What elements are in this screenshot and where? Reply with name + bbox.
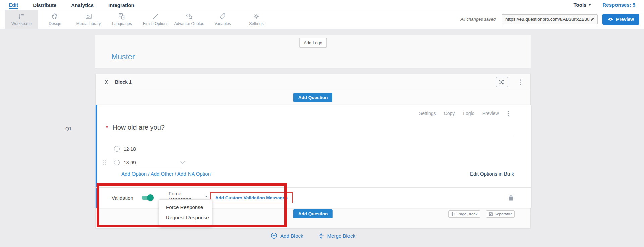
palette-icon [51,12,59,20]
menu-item-force-response[interactable]: Force Response [159,202,212,212]
page-break-button[interactable]: Page Break [448,210,480,218]
toolbar-item-label: Variables [214,21,231,26]
question-copy-link[interactable]: Copy [444,111,455,116]
toolbar-item-label: Workspace [11,21,32,26]
add-question-button-bottom[interactable]: Add Question [293,209,333,218]
toolbar-item-design[interactable]: Design [38,10,72,29]
question-number-label: Q1 [65,126,72,131]
add-custom-validation-messages-button[interactable]: Add Custom Validation Messages [210,192,293,203]
shuffle-questions-button[interactable] [496,77,508,87]
plus-circle-icon [271,232,277,239]
add-question-strip-top: Add Question [96,90,530,105]
page-break-label: Page Break [457,212,477,216]
nav-tabs: Edit Distribute Analytics Integration [9,1,135,9]
tools-menu-button[interactable]: Tools [574,2,591,8]
question-text-underline [112,135,514,135]
validation-dropdown-menu: Force Response Request Response [159,199,212,226]
question-text[interactable]: How old are you? [112,124,165,131]
responses-link[interactable]: Responses: 5 [602,2,635,8]
survey-url-box [502,14,598,24]
save-status: All changes saved [461,17,496,22]
option-2-label[interactable]: 18-99 [124,160,136,165]
chain-links-icon [185,12,193,20]
block-title: Block 1 [115,79,132,85]
toggle-knob [147,194,154,201]
toolbar-item-workspace[interactable]: Workspace [5,10,38,29]
scissors-icon [451,212,455,216]
toolbar-item-media-library[interactable]: Media Library [72,10,105,29]
menu-item-request-response[interactable]: Request Response [159,212,212,223]
merge-arrows-icon [318,233,324,239]
option-row-2: 18-99 [114,160,136,165]
block-header: Block 1 [96,74,530,90]
edit-url-pencil-icon[interactable] [590,17,595,22]
select-caret-icon [205,196,208,197]
nav-tab-analytics[interactable]: Analytics [71,1,94,9]
gear-icon [252,12,260,20]
toolbar-item-variables[interactable]: Variables [206,10,239,29]
toolbar-item-settings[interactable]: Settings [239,10,273,29]
nav-tab-distribute[interactable]: Distribute [33,1,56,9]
add-option-link[interactable]: Add Option [121,171,147,177]
separator-checkbox-icon [489,212,493,216]
add-other-link[interactable]: Add Other [151,171,173,177]
question-logic-link[interactable]: Logic [463,111,474,116]
chevron-down-icon [588,4,591,6]
tools-label: Tools [574,2,587,8]
eye-icon [608,17,613,21]
toolbar-item-finish-options[interactable]: Finish Options [139,10,172,29]
option-1-label[interactable]: 12-18 [124,146,136,152]
nav-tab-edit[interactable]: Edit [9,1,18,9]
svg-text:A: A [122,16,124,19]
question-preview-link[interactable]: Preview [482,111,499,116]
separator-button[interactable]: Separator [486,210,515,218]
toolbar-items: Workspace Design Media Library [5,10,273,29]
block-menu-kebab-icon[interactable] [519,78,523,86]
add-na-option-link[interactable]: Add NA Option [177,171,211,177]
question-settings-link[interactable]: Settings [419,111,436,116]
page-footer-actions: Add Block Merge Block [95,232,531,239]
question-text-row: * How old are you? [106,124,165,131]
collapse-block-icon[interactable] [104,79,109,85]
preview-button[interactable]: Preview [602,14,639,25]
nav-right: Tools Responses: 5 [574,2,635,8]
magic-wand-icon [152,12,160,20]
toolbar-item-label: Finish Options [143,21,169,26]
merge-block-label: Merge Block [327,233,355,239]
separator-label: Separator [494,212,512,216]
toolbar-item-advance-quotas[interactable]: Advance Quotas [172,10,206,29]
radio-button-option-2[interactable] [114,160,120,165]
survey-title[interactable]: Muster [111,52,135,61]
survey-header-card: Add Logo Muster [95,35,531,68]
survey-url-input[interactable] [505,17,590,22]
toolbar-item-label: Media Library [76,21,101,26]
block-footer-buttons: Page Break Separator [448,210,515,218]
top-nav: Edit Distribute Analytics Integration To… [0,0,644,10]
toolbar-item-languages[interactable]: * A Languages [105,10,139,29]
question-actions: Settings Copy Logic Preview [419,110,510,117]
question-card: Settings Copy Logic Preview * How old ar… [96,105,531,208]
toolbar-item-label: Languages [112,21,132,26]
image-icon [85,12,93,20]
toolbar-item-label: Design [49,21,61,26]
radio-button-option-1[interactable] [114,146,120,152]
option-2-underline [122,167,180,167]
drag-handle-icon[interactable] [103,160,106,165]
option-row-1: 12-18 [114,146,136,152]
link-separator: / [173,171,177,177]
tag-icon [219,12,227,20]
add-logo-button[interactable]: Add Logo [299,38,327,48]
delete-question-trash-icon[interactable] [508,195,514,201]
svg-text:*: * [120,14,121,17]
edit-options-in-bulk-link[interactable]: Edit Options in Bulk [470,171,514,177]
option-2-chevron-down-icon[interactable] [180,161,185,164]
validation-toggle[interactable] [142,196,153,200]
workspace-icon [17,12,25,20]
question-menu-kebab-icon[interactable] [507,110,511,117]
toolbar-item-label: Settings [249,21,263,26]
add-block-button[interactable]: Add Block [271,232,303,239]
nav-tab-integration[interactable]: Integration [108,1,135,9]
required-asterisk: * [106,125,108,131]
add-question-button-top[interactable]: Add Question [293,93,333,102]
merge-block-button[interactable]: Merge Block [318,232,355,239]
